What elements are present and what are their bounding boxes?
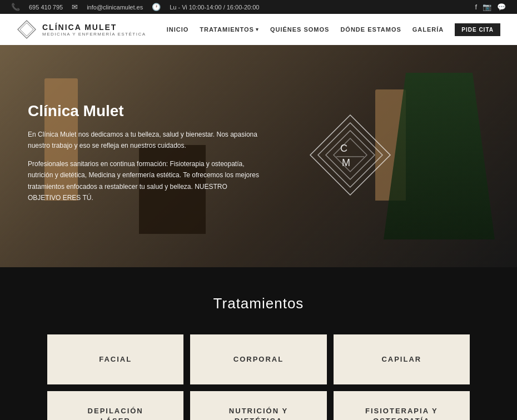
treatment-nutricion[interactable]: NUTRICIÓN YDIETÉTICA	[190, 391, 326, 420]
treatments-title: Tratamientos	[17, 295, 500, 312]
svg-marker-2	[310, 115, 390, 195]
logo-diamond	[17, 19, 37, 39]
top-bar: 📞 695 410 795 ✉ info@clinicamulet.es 🕐 L…	[0, 0, 517, 14]
nav-donde[interactable]: DÓNDE ESTAMOS	[340, 26, 401, 33]
nav-quienes[interactable]: QUIÉNES SOMOS	[270, 26, 330, 33]
phone-number: 695 410 795	[29, 4, 63, 11]
email-icon: ✉	[72, 3, 78, 11]
treatments-section: Tratamientos FACIAL CORPORAL CAPILAR DEP…	[0, 267, 517, 420]
phone-icon: 📞	[11, 3, 20, 11]
treatment-facial-label: FACIAL	[99, 354, 132, 364]
nav-links: INICIO TRATAMIENTOS ▾ QUIÉNES SOMOS DÓND…	[167, 23, 500, 36]
chevron-down-icon: ▾	[256, 27, 259, 32]
treatment-corporal-label: CORPORAL	[233, 354, 284, 364]
nav-inicio[interactable]: INICIO	[167, 26, 189, 33]
top-bar-left: 📞 695 410 795 ✉ info@clinicamulet.es 🕐 L…	[11, 3, 259, 11]
hero-title: Clínica Mulet	[28, 102, 261, 120]
treatment-depilacion-label: DEPILACIÓNLÁSER	[88, 406, 143, 420]
treatment-depilacion[interactable]: DEPILACIÓNLÁSER	[47, 391, 183, 420]
nav-cita[interactable]: PIDE CITA	[455, 23, 500, 36]
nav-tratamientos[interactable]: TRATAMIENTOS ▾	[200, 26, 259, 33]
hero-paragraph2: Profesionales sanitarios en continua for…	[28, 158, 261, 204]
treatment-fisioterapia[interactable]: FISIOTERAPIA YOSTEOPATÍA	[334, 391, 470, 420]
logo-title: CLÍNICA MULET	[42, 23, 146, 32]
main-nav: CLÍNICA MULET MEDICINA Y ENFERMERÍA ESTÉ…	[0, 14, 517, 45]
svg-marker-5	[334, 138, 367, 172]
whatsapp-icon[interactable]: 💬	[497, 3, 506, 11]
logo-area: CLÍNICA MULET MEDICINA Y ENFERMERÍA ESTÉ…	[17, 19, 146, 39]
treatment-fisioterapia-label: FISIOTERAPIA YOSTEOPATÍA	[365, 406, 438, 420]
hours-text: Lu - Vi 10:00-14:00 / 16:00-20:00	[170, 4, 259, 11]
clock-icon: 🕐	[152, 3, 161, 11]
treatment-capilar-label: CAPILAR	[381, 354, 421, 364]
svg-text:M: M	[342, 157, 350, 168]
facebook-icon[interactable]: f	[475, 3, 477, 11]
treatment-facial[interactable]: FACIAL	[47, 334, 183, 384]
hero-section: Clínica Mulet En Clínica Mulet nos dedic…	[0, 45, 517, 267]
svg-marker-3	[318, 123, 382, 187]
logo-text: CLÍNICA MULET MEDICINA Y ENFERMERÍA ESTÉ…	[42, 23, 146, 37]
treatment-corporal[interactable]: CORPORAL	[190, 334, 326, 384]
svg-text:C: C	[340, 143, 347, 154]
email-address: info@clinicamulet.es	[87, 4, 143, 11]
treatments-grid: FACIAL CORPORAL CAPILAR DEPILACIÓNLÁSER …	[47, 334, 470, 420]
treatment-nutricion-label: NUTRICIÓN YDIETÉTICA	[229, 406, 288, 420]
svg-marker-0	[18, 21, 36, 38]
nav-galeria[interactable]: GALERÍA	[412, 26, 444, 33]
top-bar-social: f 📷 💬	[475, 3, 506, 11]
logo-subtitle: MEDICINA Y ENFERMERÍA ESTÉTICA	[42, 32, 146, 37]
treatment-capilar[interactable]: CAPILAR	[334, 334, 470, 384]
hero-content: Clínica Mulet En Clínica Mulet nos dedic…	[28, 102, 261, 210]
hero-paragraph1: En Clínica Mulet nos dedicamos a tu bell…	[28, 129, 261, 152]
instagram-icon[interactable]: 📷	[483, 3, 491, 11]
cm-logo-overlay: C M	[306, 111, 395, 202]
